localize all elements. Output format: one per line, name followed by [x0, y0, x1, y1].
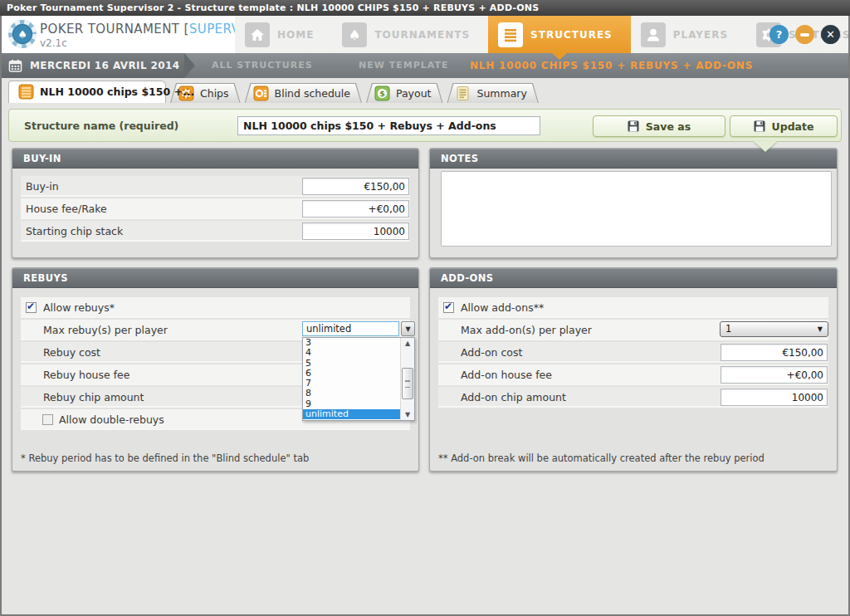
- max-addons-select[interactable]: 1 ▼: [720, 321, 828, 337]
- minimize-button[interactable]: [795, 25, 814, 44]
- spade-icon: ♠: [342, 22, 367, 47]
- addons-panel-title: ADD-ONS: [430, 268, 837, 288]
- minimize-icon: [800, 33, 809, 37]
- dropdown-option[interactable]: unlimited: [303, 409, 400, 419]
- tab-summary[interactable]: Summary: [447, 83, 538, 103]
- nav-structures[interactable]: STRUCTURES: [488, 16, 631, 53]
- addons-footnote: ** Add-on break will be automatically cr…: [438, 452, 765, 464]
- app-version: v2.1c: [40, 37, 67, 49]
- tab-strip: NLH 10000 chips $150 +... Chips: [8, 81, 543, 103]
- tab-label: Summary: [476, 87, 526, 100]
- dropdown-option[interactable]: 4: [303, 348, 400, 358]
- max-addons-value: 1: [725, 323, 731, 335]
- window-edge: [0, 16, 2, 616]
- question-mark-icon: ?: [776, 28, 783, 41]
- dropdown-option[interactable]: 9: [303, 399, 400, 409]
- addon-house-fee-input[interactable]: [721, 366, 828, 384]
- row-label: Allow rebuys*: [43, 297, 115, 318]
- poker-chip-logo-icon: ♠: [7, 19, 37, 49]
- breadcrumb-date-label: MERCREDI 16 AVRIL 2014: [30, 60, 180, 71]
- allow-double-rebuys-checkbox[interactable]: [42, 414, 53, 425]
- payout-dollar-icon: $: [374, 86, 390, 101]
- update-label: Update: [772, 120, 814, 133]
- save-as-label: Save as: [646, 120, 691, 133]
- help-button[interactable]: ?: [769, 25, 789, 44]
- nav-home[interactable]: HOME: [235, 16, 332, 53]
- tab-label: Chips: [200, 87, 229, 100]
- blind-schedule-icon: [253, 86, 269, 101]
- starting-stack-input[interactable]: [302, 222, 409, 240]
- table-row: Allow rebuys*: [21, 297, 410, 318]
- header: ♠ POKER TOURNAMENT [SUPERVISOR]2 v2.1c H…: [0, 16, 850, 53]
- structure-name-input[interactable]: [237, 116, 540, 135]
- allow-addons-checkbox[interactable]: [443, 302, 454, 313]
- chevron-down-icon: ▼: [405, 325, 410, 333]
- breadcrumb-new-template[interactable]: NEW TEMPLATE: [359, 53, 448, 78]
- notes-panel: NOTES: [429, 148, 838, 258]
- home-icon: [245, 22, 270, 47]
- scroll-up-icon[interactable]: ▲: [401, 340, 414, 347]
- row-label: Rebuy house fee: [43, 364, 130, 385]
- tab-blind-schedule[interactable]: Blind schedule: [245, 83, 362, 103]
- house-fee-input[interactable]: [302, 200, 409, 218]
- scroll-down-icon[interactable]: ▼: [401, 411, 414, 418]
- dropdown-option[interactable]: 5: [303, 359, 400, 369]
- addon-cost-input[interactable]: [721, 344, 828, 361]
- scrollbar-thumb[interactable]: [402, 368, 413, 399]
- max-rebuys-select[interactable]: unlimited: [302, 321, 399, 336]
- row-label: Starting chip stack: [26, 221, 123, 242]
- buyin-amount-input[interactable]: [302, 178, 409, 195]
- player-icon: [641, 22, 666, 47]
- breadcrumb: MERCREDI 16 AVRIL 2014 ALL STRUCTURES NE…: [0, 53, 850, 78]
- nav-players[interactable]: PLAYERS: [631, 16, 746, 53]
- close-button[interactable]: ✕: [821, 25, 840, 44]
- table-row: Add-on house fee: [438, 364, 828, 385]
- floppy-disk-icon: [754, 120, 765, 132]
- dropdown-option[interactable]: 8: [303, 389, 400, 398]
- table-row: Max add-on(s) per player 1 ▼: [438, 320, 828, 340]
- addon-chip-amount-input[interactable]: [721, 389, 828, 406]
- tab-structure-main[interactable]: NLH 10000 chips $150 +...: [8, 81, 166, 103]
- nav-label-tournaments: TOURNAMENTS: [374, 29, 470, 41]
- allow-rebuys-checkbox[interactable]: [26, 302, 37, 313]
- row-label: Rebuy chip amount: [43, 387, 144, 408]
- row-label: Max add-on(s) per player: [461, 320, 592, 340]
- nav-tournaments[interactable]: ♠ TOURNAMENTS: [332, 16, 488, 53]
- row-label: Allow add-ons**: [461, 297, 544, 318]
- table-row: Allow add-ons**: [438, 297, 828, 318]
- save-as-button[interactable]: Save as: [593, 115, 725, 137]
- nav-label-structures: STRUCTURES: [530, 29, 613, 41]
- row-label: Buy-in: [26, 176, 59, 197]
- svg-text:$: $: [379, 89, 385, 98]
- window-title: Poker Tournament Supervisor 2 - Structur…: [7, 2, 539, 13]
- rebuys-panel: REBUYS Allow rebuys* Max rebuy(s) per pl…: [12, 267, 419, 472]
- buyin-panel: BUY-IN Buy-in House fee/Rake Starting ch…: [12, 148, 419, 258]
- breadcrumb-all-structures[interactable]: ALL STRUCTURES: [212, 53, 313, 78]
- tab-label: Payout: [396, 87, 432, 100]
- notes-textarea[interactable]: [441, 171, 832, 247]
- row-label: Add-on house fee: [461, 364, 552, 385]
- floppy-disk-icon: [628, 120, 639, 132]
- breadcrumb-current: NLH 10000 CHIPS $150 + REBUYS + ADD-ONS: [470, 53, 753, 78]
- dropdown-option[interactable]: 7: [303, 379, 400, 389]
- tab-payout[interactable]: $ Payout: [366, 83, 443, 103]
- table-row: Buy-in: [21, 176, 410, 197]
- structure-tab-icon: [18, 84, 34, 100]
- nav-label-players: PLAYERS: [673, 29, 728, 41]
- dropdown-option[interactable]: 6: [303, 369, 400, 379]
- window-buttons: ? ✕: [769, 25, 840, 44]
- combo-dropdown-button[interactable]: ▼: [401, 321, 415, 336]
- row-label: House fee/Rake: [26, 198, 107, 219]
- tab-label: Blind schedule: [275, 87, 350, 100]
- row-label: Rebuy cost: [43, 342, 100, 363]
- dropdown-scrollbar[interactable]: ▲ ▼: [400, 338, 414, 420]
- max-rebuys-dropdown-list: 3 4 5 6 7 8 9 unlimited ▲ ▼: [302, 337, 415, 421]
- breadcrumb-date[interactable]: MERCREDI 16 AVRIL 2014: [0, 53, 184, 78]
- max-rebuys-value: unlimited: [306, 323, 351, 335]
- structure-name-bar: Structure name (required) Save as Update: [8, 109, 842, 142]
- table-row: Starting chip stack: [21, 221, 410, 242]
- dropdown-option[interactable]: 3: [303, 338, 400, 348]
- addons-panel: ADD-ONS Allow add-ons** Max add-on(s) pe…: [429, 267, 838, 472]
- table-row: Add-on cost: [438, 342, 828, 363]
- update-button[interactable]: Update: [730, 115, 838, 137]
